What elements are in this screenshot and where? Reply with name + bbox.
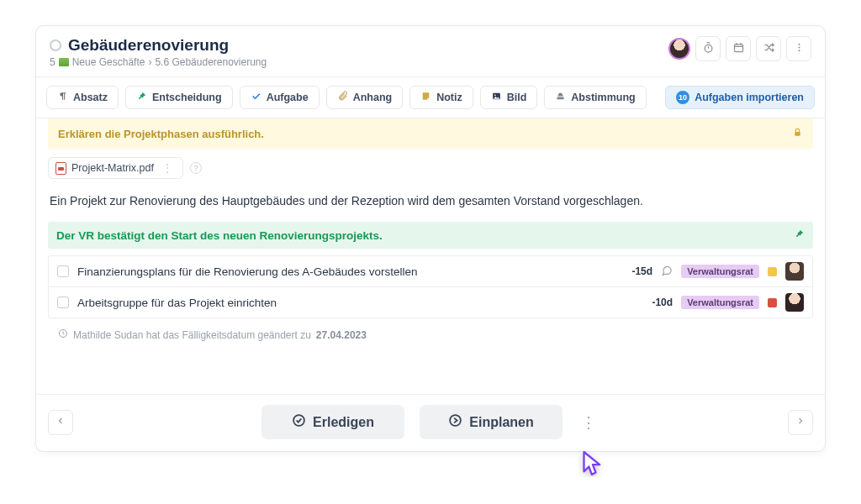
- clock-icon: [58, 328, 68, 341]
- task-tag[interactable]: Verwaltungsrat: [681, 265, 759, 278]
- check-icon: [251, 91, 261, 104]
- shuffle-icon: [763, 41, 775, 56]
- task-row[interactable]: Arbeitsgruppe für das Projekt einrichten…: [49, 287, 812, 318]
- user-avatar[interactable]: [668, 38, 690, 60]
- insert-note-button[interactable]: Notiz: [409, 86, 473, 109]
- import-tasks-button[interactable]: 10 Aufgaben importieren: [665, 86, 815, 109]
- task-list: Finanzierungsplans für die Renovierung d…: [48, 255, 813, 318]
- insert-note-label: Notiz: [436, 92, 462, 103]
- shuffle-button[interactable]: [756, 36, 781, 61]
- import-count-badge: 10: [676, 91, 689, 104]
- insert-paragraph-label: Absatz: [73, 92, 108, 103]
- audit-log-line: Mathilde Sudan hat das Fälligkeitsdatum …: [48, 325, 813, 341]
- breadcrumb-item: 5.6 Gebäuderenovierung: [155, 56, 267, 68]
- paragraph-icon: [57, 91, 68, 104]
- breadcrumb-group: Neue Geschäfte: [72, 56, 145, 68]
- svg-rect-7: [795, 132, 800, 136]
- header-left: Gebäuderenovierung 5 Neue Geschäfte › 5.…: [50, 36, 267, 68]
- breadcrumb[interactable]: 5 Neue Geschäfte › 5.6 Gebäuderenovierun…: [50, 56, 267, 68]
- comment-icon[interactable]: [661, 265, 673, 279]
- calendar-icon: [732, 41, 745, 56]
- insert-vote-label: Abstimmung: [571, 92, 635, 103]
- insert-attachment-button[interactable]: Anhang: [326, 86, 404, 109]
- priority-color-icon: [768, 298, 777, 307]
- attachment-row: Projekt-Matrix.pdf ⋮ ?: [48, 155, 813, 181]
- stopwatch-icon: [702, 41, 715, 56]
- complete-button[interactable]: Erledigen: [261, 405, 404, 439]
- priority-color-icon: [768, 267, 777, 276]
- topic-detail-window: Gebäuderenovierung 5 Neue Geschäfte › 5.…: [35, 25, 826, 452]
- task-row[interactable]: Finanzierungsplans für die Renovierung d…: [49, 256, 812, 287]
- svg-point-6: [494, 95, 496, 97]
- note-icon: [420, 91, 431, 104]
- arrow-circle-icon: [448, 413, 462, 431]
- insert-vote-button[interactable]: Abstimmung: [544, 86, 646, 109]
- task-due: -10d: [652, 297, 673, 308]
- complete-label: Erledigen: [313, 415, 374, 430]
- schedule-button[interactable]: Einplanen: [420, 405, 563, 439]
- lock-icon: [792, 127, 803, 140]
- pin-icon: [794, 228, 805, 242]
- audit-date: 27.04.2023: [316, 329, 367, 341]
- import-tasks-label: Aufgaben importieren: [695, 92, 804, 103]
- file-more-icon[interactable]: ⋮: [159, 161, 176, 175]
- prev-button[interactable]: [48, 410, 73, 435]
- paperclip-icon: [337, 91, 348, 104]
- footer-bar: Erledigen Einplanen ⋮: [36, 394, 825, 451]
- insert-decision-label: Entscheidung: [152, 92, 222, 103]
- header-actions: [668, 36, 811, 61]
- insert-image-button[interactable]: Bild: [480, 86, 538, 109]
- insert-paragraph-button[interactable]: Absatz: [46, 86, 119, 109]
- instruction-text: Erklären die Projektphasen ausführlich.: [58, 128, 264, 140]
- file-chip[interactable]: Projekt-Matrix.pdf ⋮: [48, 157, 183, 179]
- svg-point-10: [450, 415, 461, 426]
- more-vertical-icon: [793, 41, 806, 56]
- insert-toolbar: Absatz Entscheidung Aufgabe Anhang Notiz…: [36, 77, 825, 118]
- check-circle-icon: [292, 413, 306, 431]
- insert-image-label: Bild: [507, 92, 527, 103]
- assignee-avatar[interactable]: [785, 293, 804, 312]
- more-button[interactable]: [786, 36, 811, 61]
- task-due: -15d: [631, 265, 652, 277]
- svg-rect-1: [734, 45, 742, 52]
- task-title: Arbeitsgruppe für das Projekt einrichten: [77, 297, 643, 309]
- schedule-label: Einplanen: [469, 415, 533, 430]
- task-checkbox[interactable]: [57, 265, 69, 277]
- ballot-icon: [555, 91, 566, 104]
- chevron-right-icon: [795, 416, 806, 428]
- next-button[interactable]: [788, 410, 813, 435]
- task-checkbox[interactable]: [57, 297, 69, 308]
- task-tag[interactable]: Verwaltungsrat: [681, 296, 759, 309]
- content-area: Erklären die Projektphasen ausführlich. …: [36, 118, 825, 394]
- insert-attachment-label: Anhang: [353, 92, 393, 103]
- task-title: Finanzierungsplans für die Renovierung d…: [77, 265, 623, 278]
- insert-task-button[interactable]: Aufgabe: [240, 86, 320, 109]
- svg-point-2: [798, 44, 800, 45]
- paragraph-block[interactable]: Ein Projekt zur Renovierung des Hauptgeb…: [48, 187, 813, 215]
- page-title: Gebäuderenovierung: [68, 36, 229, 55]
- decision-banner[interactable]: Der VR bestätigt den Start des neuen Ren…: [48, 222, 813, 249]
- chevron-left-icon: [55, 416, 66, 428]
- cursor-overlay-icon: [581, 449, 605, 477]
- image-icon: [491, 91, 502, 104]
- footer-center: Erledigen Einplanen ⋮: [85, 405, 776, 439]
- breadcrumb-number: 5: [50, 56, 55, 68]
- breadcrumb-sep: ›: [148, 56, 151, 68]
- svg-point-3: [798, 47, 800, 49]
- svg-point-4: [798, 50, 800, 51]
- assignee-avatar[interactable]: [785, 262, 804, 281]
- header: Gebäuderenovierung 5 Neue Geschäfte › 5.…: [36, 26, 825, 76]
- insert-task-label: Aufgabe: [267, 92, 309, 103]
- pdf-icon: [55, 162, 66, 175]
- calendar-button[interactable]: [726, 36, 751, 61]
- status-circle-icon[interactable]: [50, 39, 61, 51]
- help-icon[interactable]: ?: [190, 162, 202, 174]
- book-icon: [59, 58, 69, 66]
- insert-decision-button[interactable]: Entscheidung: [125, 86, 233, 109]
- pushpin-icon: [136, 91, 147, 104]
- footer-more-button[interactable]: ⋮: [578, 413, 600, 432]
- title-row: Gebäuderenovierung: [50, 36, 267, 55]
- file-name: Projekt-Matrix.pdf: [71, 162, 154, 174]
- timer-button[interactable]: [695, 36, 721, 61]
- instruction-banner[interactable]: Erklären die Projektphasen ausführlich.: [48, 118, 813, 149]
